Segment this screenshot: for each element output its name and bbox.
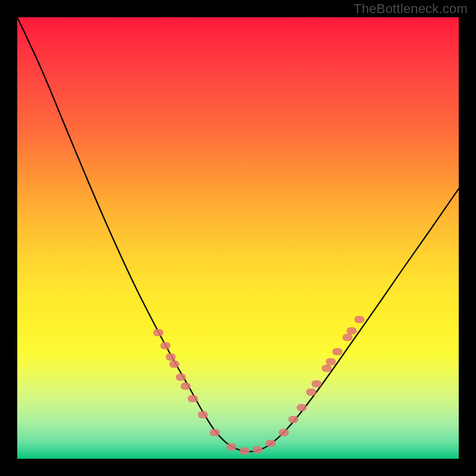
data-marker (240, 447, 250, 455)
data-marker (210, 429, 220, 436)
data-marker (333, 348, 343, 355)
data-marker (161, 342, 171, 349)
data-marker (181, 383, 191, 390)
chart-svg (17, 17, 459, 459)
data-marker (306, 389, 317, 396)
data-marker (297, 404, 307, 411)
data-marker (289, 416, 299, 423)
curve-group (17, 17, 459, 452)
data-marker (312, 380, 322, 387)
data-marker (322, 365, 332, 372)
data-marker (266, 440, 276, 447)
data-marker (343, 334, 353, 341)
plot-area (17, 17, 459, 459)
data-marker (166, 353, 176, 361)
marker-group (154, 316, 365, 455)
outer-frame: TheBottleneck.com (0, 0, 476, 476)
bottleneck-curve (17, 17, 459, 452)
data-marker (347, 327, 357, 334)
data-marker (176, 374, 186, 381)
data-marker (170, 361, 180, 368)
data-marker (198, 411, 208, 418)
data-marker (188, 395, 198, 402)
data-marker (154, 329, 164, 336)
data-marker (227, 443, 237, 450)
watermark-text: TheBottleneck.com (353, 1, 468, 17)
data-marker (279, 429, 289, 436)
data-marker (355, 316, 365, 323)
data-marker (326, 358, 336, 365)
data-marker (253, 446, 263, 453)
